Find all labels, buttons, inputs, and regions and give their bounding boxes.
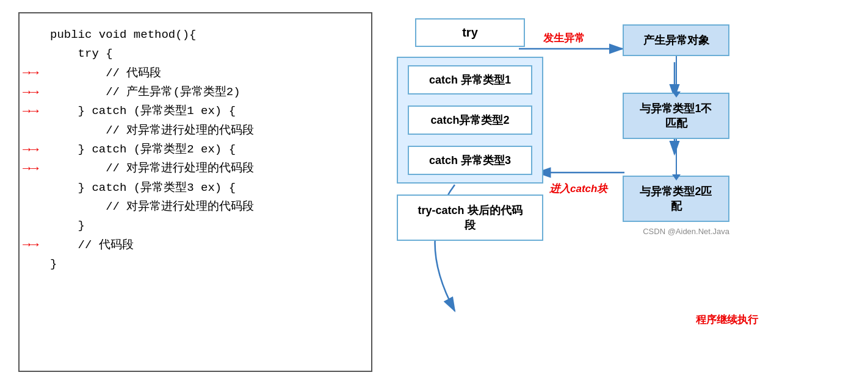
code-line-11: →→ // 代码段 (50, 236, 359, 255)
catch1-box: catch 异常类型1 (408, 65, 532, 95)
code-line-0: public void method(){ (50, 26, 359, 45)
nomatch1-box: 与异常类型1不匹配 (623, 93, 729, 139)
code-line-3: →→ // 产生异常(异常类型2) (50, 83, 359, 102)
catch-container: catch 异常类型1 catch异常类型2 catch 异常类型3 (397, 57, 543, 184)
code-line-1: try { (50, 45, 359, 63)
match2-box: 与异常类型2匹配 (623, 176, 729, 222)
code-line-4: →→ } catch (异常类型1 ex) { (50, 102, 359, 121)
catch2-box: catch异常类型2 (408, 105, 532, 135)
catch3-box: catch 异常类型3 (408, 146, 532, 175)
code-line-8: } catch (异常类型3 ex) { (50, 179, 359, 198)
code-line-2: →→ // 代码段 (50, 64, 359, 83)
code-line-9: // 对异常进行处理的代码段 (50, 198, 359, 216)
code-line-5: // 对异常进行处理的代码段 (50, 121, 359, 140)
arrow-4: →→ (23, 101, 38, 123)
code-line-6: →→ } catch (异常类型2 ex) { (50, 140, 359, 159)
code-panel: public void method(){ try { →→ // 代码段 →→… (18, 12, 372, 372)
arrow-11: →→ (23, 234, 38, 256)
code-line-10: } (50, 216, 359, 235)
diagram-wrapper: 发生异常 进入catch块 程序继续执行 (397, 12, 729, 241)
generate-box: 产生异常对象 (623, 24, 729, 56)
code-line-12: } (50, 255, 359, 274)
main-container: public void method(){ try { →→ // 代码段 →→… (0, 0, 868, 389)
arrow-7: →→ (23, 158, 38, 180)
footer-box: try-catch 块后的代码段 (397, 194, 543, 241)
code-line-7: →→ // 对异常进行处理的代码段 (50, 159, 359, 178)
try-box: try (415, 18, 525, 47)
svg-text:程序继续执行: 程序继续执行 (695, 313, 759, 326)
